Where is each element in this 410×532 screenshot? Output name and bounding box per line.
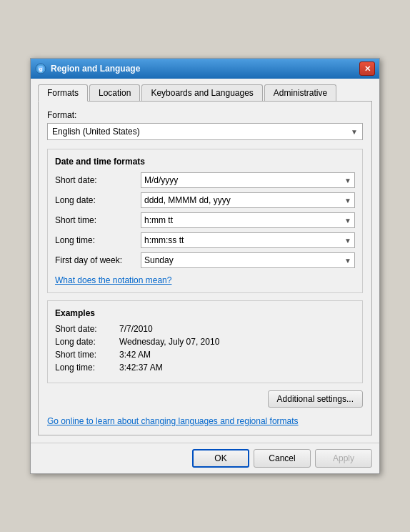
example-long-date-value: Wednesday, July 07, 2010 (119, 337, 219, 347)
format-dropdown-value: English (United States) (52, 127, 140, 137)
examples-title: Examples (55, 308, 355, 318)
main-window: g Region and Language ✕ Formats Location… (30, 58, 380, 474)
example-short-date: Short date: 7/7/2010 (55, 324, 355, 334)
short-time-row: Short time: h:mm tt ▼ (55, 212, 355, 228)
first-day-value: Sunday (144, 255, 174, 265)
window-icon: g (35, 63, 46, 74)
long-date-label-text: Long date: (55, 195, 96, 205)
example-long-time-label: Long time: (55, 363, 119, 373)
example-short-time-value: 3:42 AM (119, 350, 151, 360)
example-short-date-value: 7/7/2010 (119, 324, 153, 334)
apply-button[interactable]: Apply (315, 449, 372, 468)
tab-bar: Formats Location Keyboards and Languages… (38, 84, 372, 102)
long-date-dropdown[interactable]: dddd, MMMM dd, yyyy ▼ (141, 192, 355, 208)
additional-settings-button[interactable]: Additional settings... (268, 390, 363, 408)
example-short-date-label: Short date: (55, 324, 119, 334)
long-date-arrow: ▼ (344, 197, 351, 205)
short-date-row: Short date: M/d/yyyy ▼ (55, 172, 355, 188)
short-date-label-text: Short date: (55, 175, 97, 185)
example-long-time: Long time: 3:42:37 AM (55, 363, 355, 373)
long-time-label: Long time: (55, 235, 141, 245)
title-bar: g Region and Language ✕ (31, 59, 379, 79)
tab-keyboards[interactable]: Keyboards and Languages (141, 84, 262, 101)
short-time-dropdown[interactable]: h:mm tt ▼ (141, 212, 355, 228)
long-time-value: h:mm:ss tt (144, 235, 184, 245)
short-date-label: Short date: (55, 175, 141, 185)
datetime-section-title: Date and time formats (55, 157, 355, 167)
additional-row: Additional settings... (47, 390, 363, 413)
example-short-time-label: Short time: (55, 350, 119, 360)
cancel-button[interactable]: Cancel (254, 449, 311, 468)
ok-button[interactable]: OK (192, 449, 249, 468)
long-time-label-text: Long time: (55, 235, 95, 245)
short-time-label: Short time: (55, 215, 141, 225)
first-day-label: First day of week: (55, 255, 141, 265)
short-date-arrow: ▼ (344, 177, 351, 184)
long-time-arrow: ▼ (344, 237, 351, 245)
format-dropdown-arrow: ▼ (351, 128, 358, 136)
long-date-label: Long date: (55, 195, 141, 205)
example-short-time: Short time: 3:42 AM (55, 350, 355, 360)
window-title: Region and Language (51, 64, 140, 74)
title-bar-left: g Region and Language (35, 63, 140, 74)
examples-section: Examples Short date: 7/7/2010 Long date:… (47, 300, 363, 383)
short-time-label-text: Short time: (55, 215, 96, 225)
format-dropdown[interactable]: English (United States) ▼ (47, 123, 363, 140)
close-button[interactable]: ✕ (359, 61, 375, 76)
tab-location[interactable]: Location (89, 84, 140, 101)
first-day-label-text: First day of week: (55, 255, 122, 265)
short-date-dropdown[interactable]: M/d/yyyy ▼ (141, 172, 355, 188)
first-day-row: First day of week: Sunday ▼ (55, 252, 355, 268)
example-long-date-label: Long date: (55, 337, 119, 347)
svg-text:g: g (39, 66, 43, 72)
long-date-row: Long date: dddd, MMMM dd, yyyy ▼ (55, 192, 355, 208)
button-bar: OK Cancel Apply (31, 443, 379, 473)
short-date-value: M/d/yyyy (144, 175, 178, 185)
example-long-date: Long date: Wednesday, July 07, 2010 (55, 337, 355, 347)
window-content: Formats Location Keyboards and Languages… (31, 79, 379, 443)
long-date-value: dddd, MMMM dd, yyyy (144, 195, 231, 205)
tab-formats[interactable]: Formats (38, 84, 88, 102)
format-section: Format: English (United States) ▼ (47, 110, 363, 140)
online-link[interactable]: Go online to learn about changing langua… (47, 416, 363, 426)
format-label: Format: (47, 110, 363, 120)
short-time-value: h:mm tt (144, 215, 173, 225)
first-day-dropdown[interactable]: Sunday ▼ (141, 252, 355, 268)
first-day-arrow: ▼ (344, 257, 351, 265)
datetime-section: Date and time formats Short date: M/d/yy… (47, 149, 363, 293)
example-long-time-value: 3:42:37 AM (119, 363, 163, 373)
long-time-row: Long time: h:mm:ss tt ▼ (55, 232, 355, 248)
tab-content-formats: Format: English (United States) ▼ Date a… (38, 102, 372, 435)
tab-administrative[interactable]: Administrative (264, 84, 336, 101)
short-time-arrow: ▼ (344, 217, 351, 225)
notation-link[interactable]: What does the notation mean? (55, 275, 171, 285)
long-time-dropdown[interactable]: h:mm:ss tt ▼ (141, 232, 355, 248)
